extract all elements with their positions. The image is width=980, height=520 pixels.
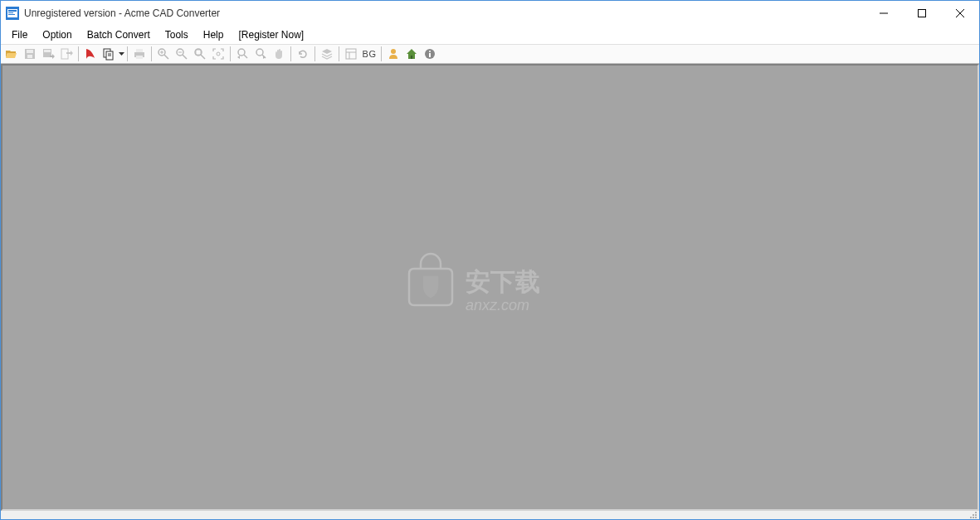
watermark: 安下载 anxz.com	[399, 250, 582, 325]
refresh-icon	[296, 47, 310, 61]
svg-point-49	[973, 517, 974, 518]
svg-rect-10	[27, 50, 33, 53]
export-button[interactable]	[57, 46, 76, 62]
svg-rect-31	[196, 50, 201, 55]
background-color-button[interactable]: BG	[360, 46, 378, 62]
menu-option[interactable]: Option	[35, 27, 79, 42]
menu-batch-convert[interactable]: Batch Convert	[80, 27, 158, 42]
save-as-button[interactable]	[39, 46, 57, 62]
copy-button[interactable]	[100, 46, 118, 62]
svg-rect-6	[919, 10, 926, 17]
svg-rect-44	[429, 53, 431, 57]
svg-rect-13	[44, 50, 51, 52]
export-icon	[60, 47, 73, 61]
svg-line-23	[164, 55, 168, 59]
title-bar: Unregistered version - Acme CAD Converte…	[1, 1, 979, 26]
zoom-in-icon	[157, 47, 170, 61]
menu-bar: File Option Batch Convert Tools Help [Re…	[1, 26, 979, 44]
svg-point-33	[238, 49, 245, 56]
zoom-next-button[interactable]	[251, 46, 270, 62]
minimize-button[interactable]	[865, 1, 903, 26]
svg-rect-11	[27, 55, 32, 58]
svg-point-35	[256, 49, 263, 56]
open-button[interactable]	[2, 46, 21, 62]
about-button[interactable]	[421, 46, 439, 62]
register-button[interactable]	[384, 46, 402, 62]
svg-rect-41	[411, 56, 412, 59]
floppy-icon	[23, 47, 37, 61]
zoom-extents-button[interactable]	[209, 46, 227, 62]
resize-grip-icon[interactable]	[969, 511, 978, 519]
layout-icon	[344, 47, 358, 61]
svg-rect-3	[8, 12, 13, 13]
pan-button[interactable]	[270, 46, 288, 62]
menu-register-now[interactable]: [Register Now]	[231, 27, 311, 42]
folder-open-icon	[5, 47, 18, 61]
info-icon	[423, 47, 436, 61]
printer-icon	[133, 47, 146, 61]
menu-file[interactable]: File	[4, 27, 35, 42]
print-button[interactable]	[130, 46, 149, 62]
watermark-text: 安下载	[466, 268, 540, 295]
svg-rect-37	[346, 49, 356, 59]
zoom-out-button[interactable]	[173, 46, 191, 62]
svg-point-43	[429, 51, 431, 52]
close-button[interactable]	[941, 1, 979, 26]
svg-line-34	[244, 55, 247, 58]
copy-dropdown[interactable]	[118, 46, 124, 62]
zoom-previous-button[interactable]	[233, 46, 251, 62]
hand-icon	[272, 47, 285, 61]
zoom-window-icon	[193, 47, 207, 61]
toolbar: BG	[1, 44, 979, 64]
menu-tools[interactable]: Tools	[158, 27, 196, 42]
layers-button[interactable]	[318, 46, 336, 62]
svg-rect-4	[8, 14, 15, 15]
svg-point-32	[217, 52, 220, 56]
home-button[interactable]	[402, 46, 421, 62]
svg-point-48	[970, 517, 972, 518]
svg-rect-2	[8, 10, 17, 12]
menu-help[interactable]: Help	[196, 27, 232, 42]
svg-point-47	[975, 514, 977, 516]
home-icon	[405, 47, 418, 61]
svg-point-50	[975, 517, 977, 518]
pdf-button[interactable]	[81, 46, 100, 62]
svg-line-27	[183, 55, 187, 59]
window-title: Unregistered version - Acme CAD Converte…	[24, 7, 220, 19]
pdf-icon	[84, 47, 97, 61]
save-button[interactable]	[21, 46, 39, 62]
copy-icon	[102, 47, 115, 61]
zoom-window-button[interactable]	[191, 46, 209, 62]
zoom-extents-icon	[212, 47, 225, 61]
app-icon	[6, 7, 19, 20]
regen-button[interactable]	[294, 46, 312, 62]
svg-line-30	[201, 55, 205, 59]
layers-icon	[320, 47, 334, 61]
zoom-prev-icon	[236, 47, 249, 61]
workspace: 安下载 anxz.com	[1, 64, 979, 511]
status-bar	[1, 511, 979, 519]
zoom-in-button[interactable]	[154, 46, 173, 62]
watermark-domain: anxz.com	[466, 297, 529, 313]
bg-text-icon: BG	[363, 49, 377, 59]
chevron-down-icon	[119, 52, 124, 56]
user-icon	[387, 47, 400, 61]
svg-point-46	[973, 514, 974, 516]
svg-point-45	[975, 512, 977, 513]
svg-rect-20	[136, 49, 143, 52]
floppy-arrow-icon	[41, 47, 55, 61]
svg-rect-21	[136, 56, 143, 59]
zoom-next-icon	[254, 47, 267, 61]
svg-point-40	[391, 49, 396, 54]
maximize-button[interactable]	[903, 1, 941, 26]
layout-button[interactable]	[342, 46, 360, 62]
zoom-out-icon	[175, 47, 188, 61]
